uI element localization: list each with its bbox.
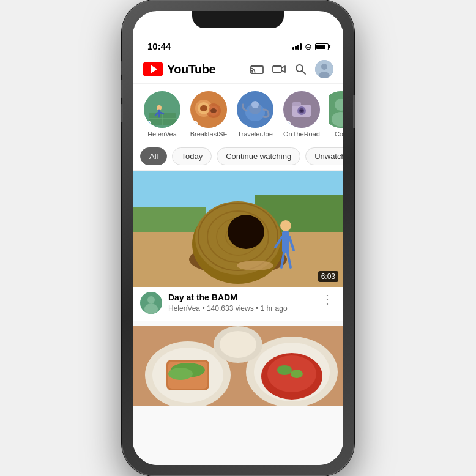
svg-point-72 bbox=[220, 331, 256, 358]
video-info: Day at the BADM HelenVea • 140,633 views… bbox=[133, 287, 343, 321]
youtube-logo: YouTube bbox=[143, 62, 215, 76]
channel-name: OnTheRoad bbox=[283, 130, 320, 138]
signal-bars bbox=[292, 43, 302, 50]
svg-rect-2 bbox=[273, 66, 281, 72]
notification-dot bbox=[145, 121, 151, 127]
filter-tabs: All Today Continue watching Unwatched bbox=[133, 143, 343, 171]
svg-point-32 bbox=[300, 110, 303, 112]
travelerjoe-avatar bbox=[237, 91, 273, 128]
svg-point-47 bbox=[228, 215, 264, 249]
power-button[interactable] bbox=[353, 95, 355, 128]
svg-point-22 bbox=[210, 108, 217, 113]
status-time: 10:44 bbox=[147, 41, 171, 51]
signal-bar-1 bbox=[292, 47, 294, 50]
video-title: Day at the BADM bbox=[168, 292, 313, 303]
svg-point-56 bbox=[147, 296, 155, 303]
channel-name: BreakfastSF bbox=[190, 130, 228, 138]
svg-point-64 bbox=[168, 368, 193, 380]
volume-down-button[interactable] bbox=[121, 104, 123, 122]
camera-icon[interactable] bbox=[272, 64, 286, 75]
duration-badge: 6:03 bbox=[318, 271, 338, 282]
screen-content: 10:44 ⊜ bbox=[133, 11, 343, 465]
user-avatar[interactable] bbox=[315, 60, 333, 78]
filter-tab-continue-watching[interactable]: Continue watching bbox=[217, 147, 300, 165]
wifi-icon: ⊜ bbox=[305, 42, 312, 51]
video-metadata: Day at the BADM HelenVea • 140,633 views… bbox=[168, 292, 313, 313]
cast-icon[interactable] bbox=[250, 64, 264, 75]
youtube-logo-icon bbox=[143, 62, 163, 76]
svg-point-70 bbox=[291, 370, 303, 378]
signal-bar-4 bbox=[300, 43, 302, 50]
helenvea-avatar bbox=[144, 91, 180, 128]
subscriptions-row: HelenVea bbox=[133, 84, 343, 143]
ontheroad-avatar bbox=[283, 91, 320, 128]
svg-point-54 bbox=[237, 261, 273, 270]
battery-icon bbox=[315, 43, 329, 50]
signal-bar-2 bbox=[295, 46, 297, 50]
svg-point-26 bbox=[251, 101, 259, 108]
youtube-header: YouTube bbox=[133, 55, 343, 84]
video-thumbnail-2[interactable] bbox=[133, 326, 343, 406]
video-feed: 6:03 Day at the BADM bbox=[133, 171, 343, 465]
status-icons: ⊜ bbox=[292, 42, 329, 51]
svg-point-5 bbox=[321, 64, 327, 70]
battery-fill bbox=[316, 45, 325, 49]
breakfastsf-avatar bbox=[190, 91, 227, 128]
filter-tab-today[interactable]: Today bbox=[172, 147, 212, 165]
filter-tab-all[interactable]: All bbox=[140, 147, 167, 165]
notification-dot bbox=[284, 121, 291, 127]
more-options-button[interactable]: ⋮ bbox=[319, 292, 336, 307]
video-card: 6:03 Day at the BADM bbox=[133, 171, 343, 321]
search-icon[interactable] bbox=[294, 63, 307, 75]
phone-wrapper: 10:44 ⊜ bbox=[122, 0, 354, 476]
subscription-item-con[interactable]: Con bbox=[329, 91, 343, 138]
channel-name: Con bbox=[335, 130, 343, 138]
volume-up-button[interactable] bbox=[121, 80, 123, 98]
channel-name: HelenVea bbox=[147, 130, 177, 138]
youtube-logo-text: YouTube bbox=[167, 62, 215, 76]
svg-point-69 bbox=[277, 365, 292, 375]
video-thumbnail[interactable]: 6:03 bbox=[133, 171, 343, 287]
notch bbox=[192, 11, 284, 28]
svg-point-21 bbox=[200, 105, 207, 111]
video-subtitle: HelenVea • 140,633 views • 1 hr ago bbox=[168, 304, 313, 313]
con-avatar bbox=[329, 91, 343, 128]
header-icons bbox=[250, 60, 333, 78]
subscription-item-breakfastsf[interactable]: BreakfastSF bbox=[189, 91, 228, 138]
channel-avatar[interactable] bbox=[140, 292, 162, 314]
svg-point-1 bbox=[250, 72, 251, 73]
video-card-2 bbox=[133, 326, 343, 406]
channel-name: TravelerJoe bbox=[237, 130, 273, 138]
svg-rect-31 bbox=[292, 102, 301, 106]
notification-dot bbox=[192, 121, 198, 127]
filter-tab-unwatched[interactable]: Unwatched bbox=[305, 147, 343, 165]
play-triangle-icon bbox=[151, 65, 157, 73]
subscription-item-travelerjoe[interactable]: TravelerJoe bbox=[236, 91, 275, 138]
svg-point-48 bbox=[280, 220, 291, 231]
svg-rect-49 bbox=[282, 231, 289, 253]
mute-button[interactable] bbox=[121, 61, 123, 75]
subscription-item-ontheroad[interactable]: OnTheRoad bbox=[282, 91, 321, 138]
screen: 10:44 ⊜ bbox=[133, 11, 343, 465]
signal-bar-3 bbox=[297, 45, 299, 50]
svg-point-3 bbox=[296, 65, 303, 72]
subscription-item-helenvea[interactable]: HelenVea bbox=[143, 91, 182, 138]
status-bar: 10:44 ⊜ bbox=[133, 28, 343, 55]
